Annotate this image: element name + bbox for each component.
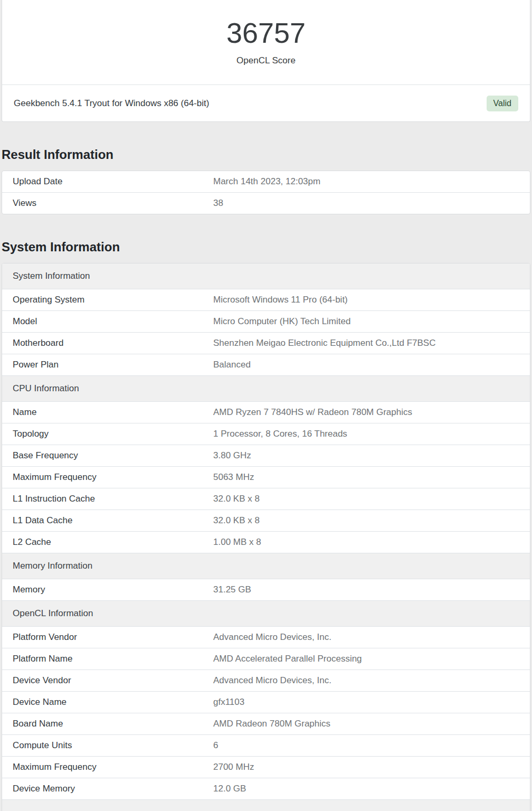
score-card: 36757 OpenCL Score Geekbench 5.4.1 Tryou… — [2, 0, 530, 122]
table-row: Name AMD Ryzen 7 7840HS w/ Radeon 780M G… — [2, 402, 530, 423]
row-label: L1 Instruction Cache — [2, 488, 203, 510]
score-section: 36757 OpenCL Score — [2, 0, 530, 84]
result-information-card: Upload Date March 14th 2023, 12:03pm Vie… — [2, 171, 530, 214]
group-header-label: Memory Information — [2, 553, 530, 579]
row-label: Operating System — [2, 289, 203, 311]
table-row: Board Name AMD Radeon 780M Graphics — [2, 713, 530, 735]
row-label: Device Vendor — [2, 670, 203, 692]
benchmark-version-row: Geekbench 5.4.1 Tryout for Windows x86 (… — [2, 84, 530, 121]
row-value: Advanced Micro Devices, Inc. — [203, 670, 530, 692]
group-header-system-information: System Information — [2, 263, 530, 289]
score-type-label: OpenCL Score — [2, 55, 530, 66]
row-value: 6 — [203, 735, 530, 757]
row-label: Upload Date — [2, 171, 203, 193]
row-label: Model — [2, 311, 203, 333]
row-value: Balanced — [203, 354, 530, 376]
row-value: 31.25 GB — [203, 579, 530, 601]
table-row: Upload Date March 14th 2023, 12:03pm — [2, 171, 530, 193]
benchmark-version: Geekbench 5.4.1 Tryout for Windows x86 (… — [14, 98, 209, 109]
row-value: Micro Computer (HK) Tech Limited — [203, 311, 530, 333]
table-row: Platform Vendor Advanced Micro Devices, … — [2, 627, 530, 648]
next-group-header-partial — [2, 800, 530, 811]
row-label: Power Plan — [2, 354, 203, 376]
table-row: Memory 31.25 GB — [2, 579, 530, 601]
group-header-label: CPU Information — [2, 376, 530, 402]
group-header-cpu-information: CPU Information — [2, 376, 530, 402]
opencl-score-value: 36757 — [2, 16, 530, 50]
table-row: Device Name gfx1103 — [2, 692, 530, 713]
table-row: L1 Data Cache 32.0 KB x 8 — [2, 510, 530, 532]
row-value: 1 Processor, 8 Cores, 16 Threads — [203, 423, 530, 445]
result-information-table: Upload Date March 14th 2023, 12:03pm Vie… — [2, 171, 530, 214]
system-information-card: System Information Operating System Micr… — [2, 263, 530, 811]
row-value: 1.00 MB x 8 — [203, 532, 530, 553]
table-row: Maximum Frequency 5063 MHz — [2, 467, 530, 488]
row-label: Device Memory — [2, 778, 203, 800]
row-label: Name — [2, 402, 203, 423]
group-header-label: OpenCL Information — [2, 601, 530, 627]
row-value: 12.0 GB — [203, 778, 530, 800]
group-header-opencl-information: OpenCL Information — [2, 601, 530, 627]
row-label: Board Name — [2, 713, 203, 735]
result-information-heading: Result Information — [2, 147, 530, 162]
row-label: Device Name — [2, 692, 203, 713]
row-label: Views — [2, 193, 203, 214]
valid-badge: Valid — [487, 96, 518, 111]
group-header-label: System Information — [2, 263, 530, 289]
row-label: Platform Name — [2, 648, 203, 670]
table-row: Base Frequency 3.80 GHz — [2, 445, 530, 467]
row-value: gfx1103 — [203, 692, 530, 713]
row-value: 3.80 GHz — [203, 445, 530, 467]
row-label: Base Frequency — [2, 445, 203, 467]
table-row: Compute Units 6 — [2, 735, 530, 757]
row-value: 2700 MHz — [203, 757, 530, 778]
group-header-label — [2, 800, 530, 811]
table-row: Power Plan Balanced — [2, 354, 530, 376]
table-row: Views 38 — [2, 193, 530, 214]
group-header-memory-information: Memory Information — [2, 553, 530, 579]
row-value: Microsoft Windows 11 Pro (64-bit) — [203, 289, 530, 311]
row-value: 32.0 KB x 8 — [203, 488, 530, 510]
row-value: March 14th 2023, 12:03pm — [203, 171, 530, 193]
row-label: Motherboard — [2, 333, 203, 354]
table-row: Motherboard Shenzhen Meigao Electronic E… — [2, 333, 530, 354]
system-information-heading: System Information — [2, 240, 530, 254]
row-value: Shenzhen Meigao Electronic Equipment Co.… — [203, 333, 530, 354]
system-information-table: System Information Operating System Micr… — [2, 263, 530, 811]
table-row: L1 Instruction Cache 32.0 KB x 8 — [2, 488, 530, 510]
row-label: Memory — [2, 579, 203, 601]
row-value: 5063 MHz — [203, 467, 530, 488]
page-container: 36757 OpenCL Score Geekbench 5.4.1 Tryou… — [2, 0, 530, 811]
row-label: Maximum Frequency — [2, 757, 203, 778]
table-row: Maximum Frequency 2700 MHz — [2, 757, 530, 778]
table-row: Device Memory 12.0 GB — [2, 778, 530, 800]
row-value: AMD Accelerated Parallel Processing — [203, 648, 530, 670]
table-row: Topology 1 Processor, 8 Cores, 16 Thread… — [2, 423, 530, 445]
row-label: Platform Vendor — [2, 627, 203, 648]
row-value: AMD Radeon 780M Graphics — [203, 713, 530, 735]
row-label: L2 Cache — [2, 532, 203, 553]
row-label: L1 Data Cache — [2, 510, 203, 532]
table-row: Operating System Microsoft Windows 11 Pr… — [2, 289, 530, 311]
row-value: Advanced Micro Devices, Inc. — [203, 627, 530, 648]
table-row: Device Vendor Advanced Micro Devices, In… — [2, 670, 530, 692]
row-value: 38 — [203, 193, 530, 214]
table-row: Platform Name AMD Accelerated Parallel P… — [2, 648, 530, 670]
row-value: AMD Ryzen 7 7840HS w/ Radeon 780M Graphi… — [203, 402, 530, 423]
row-label: Maximum Frequency — [2, 467, 203, 488]
row-label: Topology — [2, 423, 203, 445]
table-row: L2 Cache 1.00 MB x 8 — [2, 532, 530, 553]
row-label: Compute Units — [2, 735, 203, 757]
table-row: Model Micro Computer (HK) Tech Limited — [2, 311, 530, 333]
row-value: 32.0 KB x 8 — [203, 510, 530, 532]
